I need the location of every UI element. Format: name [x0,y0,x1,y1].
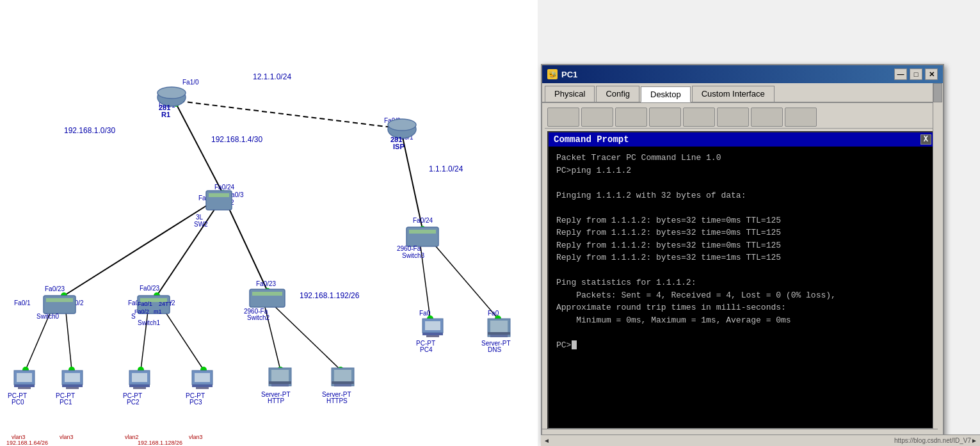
toolbar-item-1[interactable] [547,108,579,127]
cmd-output-line: Approximate round trip times in milli-se… [556,301,929,314]
svg-text:vlan3: vlan3 [60,434,74,440]
svg-rect-122 [196,387,209,389]
close-button[interactable]: ✕ [925,68,938,80]
title-bar: 🐝 PC1 — □ ✕ [542,65,943,83]
svg-text:Fa0/24: Fa0/24 [413,217,433,224]
svg-rect-127 [271,370,289,381]
window-title: PC1 [561,70,894,79]
svg-text:S: S [131,313,136,320]
command-prompt-container: Command Prompt X Packet Tracer PC Comman… [547,131,938,429]
svg-text:PC2: PC2 [127,399,140,406]
cmd-output-line [556,264,929,277]
cmd-output-line: Ping statistics for 1.1.1.2: [556,276,929,289]
svg-rect-134 [332,381,354,384]
cmd-prompt-line: PC> [556,339,929,352]
minimize-button[interactable]: — [894,68,907,80]
svg-text:3L: 3L [196,214,204,221]
cmd-output[interactable]: Packet Tracer PC Command Line 1.0PC>ping… [549,147,936,424]
cmd-output-line [556,326,929,339]
svg-text:Switch1: Switch1 [138,319,160,326]
svg-text:Fa0/2: Fa0/2 [134,308,149,315]
svg-text:PC0: PC0 [12,399,24,406]
svg-text:192.168.1.128/26: 192.168.1.128/26 [138,440,182,446]
title-bar-controls: — □ ✕ [894,68,938,80]
cmd-output-line: PC>ping 1.1.1.2 [556,164,929,177]
svg-text:192.168.1.0/30: 192.168.1.0/30 [64,126,115,135]
cmd-output-line: Reply from 1.1.1.2: bytes=32 time=0ms TT… [556,239,929,252]
svg-text:HTTP: HTTP [268,397,284,404]
svg-text:PC3: PC3 [189,399,202,406]
cmd-output-line [556,202,929,214]
svg-rect-146 [488,332,510,335]
svg-text:Fa0/24: Fa0/24 [214,184,235,191]
svg-text:Fa1/0: Fa1/0 [182,79,199,86]
toolbar-item-8[interactable] [785,108,817,127]
svg-text:DNS: DNS [488,346,501,353]
svg-rect-145 [490,321,508,332]
toolbar-item-6[interactable] [717,108,749,127]
cmd-output-line: Packets: Sent = 4, Received = 4, Lost = … [556,289,929,302]
svg-text:Switch0: Switch0 [36,313,59,320]
svg-rect-84 [46,298,73,302]
svg-text:R1: R1 [161,111,170,118]
cmd-title-bar: Command Prompt X [549,132,936,147]
tab-custom-interface[interactable]: Custom Interface [692,86,775,102]
tab-desktop[interactable]: Desktop [641,86,691,102]
svg-rect-114 [129,385,150,387]
svg-text:Fa0/23: Fa0/23 [256,280,277,287]
svg-rect-140 [422,333,443,335]
svg-rect-107 [62,385,83,387]
vertical-scrollbar[interactable] [933,83,943,429]
toolbar-item-5[interactable] [683,108,715,127]
svg-text:vlan3: vlan3 [189,434,203,440]
svg-text:PC1: PC1 [60,399,72,406]
toolbar-item-3[interactable] [615,108,647,127]
svg-rect-99 [17,373,32,382]
cmd-output-line [556,177,929,189]
cmd-output-line: Reply from 1.1.1.2: bytes=32 time=1ms TT… [556,251,929,264]
svg-text:Fa0: Fa0 [419,310,431,317]
svg-rect-135 [334,384,351,386]
status-url: https://blog.csdn.net/ID_V7 [550,437,971,444]
svg-rect-108 [66,387,79,389]
svg-rect-139 [425,321,440,330]
svg-rect-115 [133,387,146,389]
svg-rect-76 [209,193,229,197]
tab-physical[interactable]: Physical [545,86,595,102]
svg-text:vlan2: vlan2 [125,434,139,440]
svg-text:192.168.1.64/26: 192.168.1.64/26 [6,440,48,446]
scrollbar-thumb[interactable] [933,83,942,102]
toolbar-strip [545,106,940,129]
svg-text:Fa0/1: Fa0/1 [138,301,152,307]
pc1-window: 🐝 PC1 — □ ✕ Physical Config Desktop Cust… [541,64,944,442]
svg-rect-80 [409,230,436,234]
svg-rect-101 [18,387,31,389]
toolbar-item-4[interactable] [649,108,681,127]
svg-point-68 [157,87,186,99]
svg-text:1.1.1.0/24: 1.1.1.0/24 [429,164,463,173]
maximize-button[interactable]: □ [910,68,922,80]
cmd-title: Command Prompt [554,134,629,145]
cmd-close-button[interactable]: X [920,134,931,145]
svg-text:Fa0/1: Fa0/1 [14,299,31,307]
svg-rect-100 [14,385,35,387]
tab-bar: Physical Config Desktop Custom Interface [542,83,943,103]
cmd-output-line: Reply from 1.1.1.2: bytes=32 time=0ms TT… [556,214,929,227]
svg-rect-133 [334,370,351,381]
tab-config[interactable]: Config [596,86,639,102]
svg-rect-120 [195,373,210,382]
svg-rect-113 [132,373,147,382]
status-right: ► [971,437,977,444]
svg-text:SW2: SW2 [194,221,208,228]
svg-point-72 [388,119,416,131]
svg-text:Switch2: Switch2 [247,314,269,321]
svg-text:2960-Fa: 2960-Fa [397,245,421,252]
svg-text:24TT: 24TT [159,301,173,307]
cmd-output-line: Minimum = 0ms, Maximum = 1ms, Average = … [556,314,929,327]
window-icon: 🐝 [547,69,558,79]
svg-rect-147 [490,335,508,337]
svg-text:12.1.1.0/24: 12.1.1.0/24 [253,72,291,81]
toolbar-item-2[interactable] [581,108,613,127]
svg-text:PC4: PC4 [420,346,433,353]
toolbar-item-7[interactable] [751,108,783,127]
